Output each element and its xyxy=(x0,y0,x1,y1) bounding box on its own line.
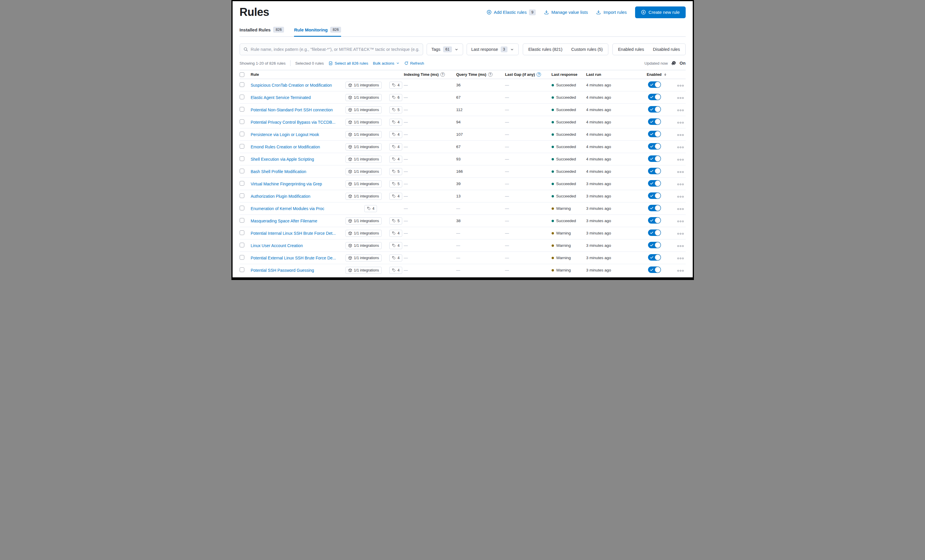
rule-name-link[interactable]: Persistence via Login or Logout Hook xyxy=(251,132,345,137)
row-checkbox[interactable] xyxy=(240,82,244,87)
tags-badge[interactable]: 5 xyxy=(389,168,402,175)
row-checkbox[interactable] xyxy=(240,267,244,272)
tags-badge[interactable]: 4 xyxy=(389,242,402,249)
tags-badge[interactable]: 5 xyxy=(389,218,402,224)
add-elastic-rules-button[interactable]: Add Elastic rules 9 xyxy=(487,9,536,15)
enabled-toggle[interactable] xyxy=(648,168,661,174)
integrations-badge[interactable]: 1/1 integrations xyxy=(345,156,382,163)
tags-badge[interactable]: 4 xyxy=(389,193,402,200)
integrations-badge[interactable]: 1/1 integrations xyxy=(345,82,382,89)
row-checkbox[interactable] xyxy=(240,181,244,186)
rule-name-link[interactable]: Potential External Linux SSH Brute Force… xyxy=(251,255,345,260)
integrations-badge[interactable]: 1/1 integrations xyxy=(345,180,382,188)
row-checkbox[interactable] xyxy=(240,119,244,124)
enabled-toggle[interactable] xyxy=(648,119,661,125)
row-checkbox[interactable] xyxy=(240,132,244,136)
rule-name-link[interactable]: Bash Shell Profile Modification xyxy=(251,169,345,174)
integrations-badge[interactable]: 1/1 integrations xyxy=(345,218,382,224)
row-checkbox[interactable] xyxy=(240,218,244,223)
rule-name-link[interactable]: Elastic Agent Service Terminated xyxy=(251,95,345,100)
row-actions-button[interactable] xyxy=(678,270,684,272)
enabled-toggle[interactable] xyxy=(648,230,661,236)
manage-value-lists-button[interactable]: Manage value lists xyxy=(544,10,588,15)
integrations-badge[interactable]: 1/1 integrations xyxy=(345,193,382,200)
tags-badge[interactable]: 4 xyxy=(389,156,402,163)
row-checkbox[interactable] xyxy=(240,230,244,235)
integrations-badge[interactable]: 1/1 integrations xyxy=(345,119,382,126)
row-checkbox[interactable] xyxy=(240,156,244,161)
disabled-rules-filter[interactable]: Disabled rules xyxy=(653,47,680,52)
create-new-rule-button[interactable]: Create new rule xyxy=(635,6,685,18)
enabled-toggle[interactable] xyxy=(648,94,661,100)
integrations-badge[interactable]: 1/1 integrations xyxy=(345,94,382,101)
row-actions-button[interactable] xyxy=(678,122,684,123)
tags-badge[interactable]: 4 xyxy=(364,205,377,212)
row-actions-button[interactable] xyxy=(678,147,684,148)
rule-name-link[interactable]: Suspicious CronTab Creation or Modificat… xyxy=(251,83,345,87)
row-checkbox[interactable] xyxy=(240,255,244,260)
auto-refresh-clock-icon[interactable] xyxy=(671,60,676,66)
enabled-toggle[interactable] xyxy=(648,143,661,150)
tags-badge[interactable]: 4 xyxy=(389,82,402,89)
tags-badge[interactable]: 6 xyxy=(389,94,402,101)
integrations-badge[interactable]: 1/1 integrations xyxy=(345,168,382,175)
row-actions-button[interactable] xyxy=(678,85,684,86)
integrations-badge[interactable]: 1/1 integrations xyxy=(345,143,382,150)
tab-installed-rules[interactable]: Installed Rules 826 xyxy=(240,27,284,36)
last-response-filter-button[interactable]: Last response 3 xyxy=(467,44,519,55)
row-actions-button[interactable] xyxy=(678,171,684,173)
enabled-toggle[interactable] xyxy=(648,242,661,248)
custom-rules-filter[interactable]: Custom rules (5) xyxy=(571,47,603,52)
integrations-badge[interactable]: 1/1 integrations xyxy=(345,267,382,274)
integrations-badge[interactable]: 1/1 integrations xyxy=(345,242,382,249)
enabled-toggle[interactable] xyxy=(648,155,661,162)
tags-filter-button[interactable]: Tags 61 xyxy=(426,44,463,55)
row-actions-button[interactable] xyxy=(678,196,684,197)
bulk-actions-button[interactable]: Bulk actions xyxy=(373,61,399,66)
rule-name-link[interactable]: Linux User Account Creation xyxy=(251,243,345,248)
row-checkbox[interactable] xyxy=(240,95,244,99)
enabled-toggle[interactable] xyxy=(648,205,661,211)
enabled-toggle[interactable] xyxy=(648,192,661,199)
tags-badge[interactable]: 4 xyxy=(389,119,402,126)
refresh-button[interactable]: Refresh xyxy=(404,61,424,66)
help-icon[interactable]: ? xyxy=(488,72,493,77)
rule-name-link[interactable]: Virtual Machine Fingerprinting via Grep xyxy=(251,182,345,186)
tags-badge[interactable]: 4 xyxy=(389,267,402,274)
row-actions-button[interactable] xyxy=(678,245,684,247)
col-header-enabled[interactable]: Enabled xyxy=(647,72,678,77)
enabled-toggle[interactable] xyxy=(648,131,661,137)
row-actions-button[interactable] xyxy=(678,184,684,185)
tags-badge[interactable]: 5 xyxy=(389,107,402,113)
row-actions-button[interactable] xyxy=(678,221,684,222)
rule-search-input[interactable] xyxy=(251,47,420,52)
tags-badge[interactable]: 5 xyxy=(389,180,402,188)
row-actions-button[interactable] xyxy=(678,159,684,161)
tags-badge[interactable]: 4 xyxy=(389,143,402,150)
row-actions-button[interactable] xyxy=(678,134,684,136)
rule-name-link[interactable]: Potential Internal Linux SSH Brute Force… xyxy=(251,231,345,236)
enabled-toggle[interactable] xyxy=(648,266,661,273)
rule-name-link[interactable]: Enumeration of Kernel Modules via Proc xyxy=(251,206,345,211)
row-checkbox[interactable] xyxy=(240,169,244,173)
enabled-rules-filter[interactable]: Enabled rules xyxy=(618,47,644,52)
rule-name-link[interactable]: Potential SSH Password Guessing xyxy=(251,268,345,273)
integrations-badge[interactable]: 1/1 integrations xyxy=(345,254,382,261)
row-actions-button[interactable] xyxy=(678,233,684,234)
row-checkbox[interactable] xyxy=(240,206,244,210)
rule-name-link[interactable]: Masquerading Space After Filename xyxy=(251,219,345,223)
enabled-toggle[interactable] xyxy=(648,254,661,261)
help-icon[interactable]: ? xyxy=(536,72,541,77)
rule-name-link[interactable]: Shell Execution via Apple Scripting xyxy=(251,157,345,162)
tab-rule-monitoring[interactable]: Rule Monitoring 826 xyxy=(294,27,341,36)
row-actions-button[interactable] xyxy=(678,208,684,210)
integrations-badge[interactable]: 1/1 integrations xyxy=(345,107,382,113)
tags-badge[interactable]: 4 xyxy=(389,230,402,237)
elastic-rules-filter[interactable]: Elastic rules (821) xyxy=(528,47,562,52)
row-checkbox[interactable] xyxy=(240,144,244,149)
auto-refresh-state[interactable]: On xyxy=(679,61,685,66)
select-all-button[interactable]: Select all 826 rules xyxy=(328,61,368,66)
enabled-toggle[interactable] xyxy=(648,81,661,88)
row-checkbox[interactable] xyxy=(240,107,244,112)
row-actions-button[interactable] xyxy=(678,110,684,111)
